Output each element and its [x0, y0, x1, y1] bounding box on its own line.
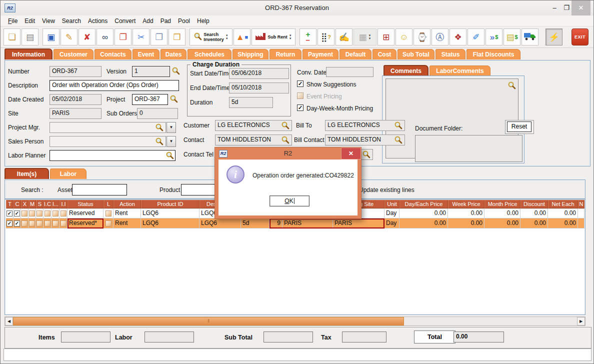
print-icon[interactable]: ▤ — [22, 28, 38, 46]
cell-status[interactable]: Reserved* — [68, 218, 104, 228]
menu-search[interactable]: Search — [58, 16, 84, 26]
tab-laborcomments[interactable]: LaborComments — [430, 66, 490, 76]
date-created-field[interactable]: 05/02/2018 — [50, 94, 102, 105]
cell-check[interactable] — [14, 208, 21, 218]
labor-planner-search-icon[interactable] — [166, 151, 174, 160]
description-field[interactable]: Order with Operation Order (Ops Order) — [50, 80, 179, 91]
cell-check[interactable] — [104, 218, 114, 228]
org-chart-icon[interactable]: ⊞ — [378, 28, 394, 46]
cell-check[interactable] — [52, 208, 60, 218]
row-checkbox[interactable] — [6, 220, 12, 226]
customer-search-icon[interactable] — [281, 121, 290, 130]
sub-orders-field[interactable]: 0 — [137, 108, 178, 119]
save-icon[interactable]: ▣ — [42, 28, 60, 46]
cell-product_id[interactable]: LGQ6 — [141, 208, 200, 218]
search-inventory-button[interactable]: SearchInventory▼▼ — [190, 28, 232, 46]
project-mgr-dropdown[interactable]: ▼ — [166, 122, 176, 133]
tab-payment[interactable]: Payment — [302, 49, 338, 60]
end-date-field[interactable]: 05/10/2018 — [229, 82, 289, 94]
cell-net_each[interactable]: 0.00 — [548, 208, 578, 218]
row-checkbox[interactable] — [44, 220, 50, 226]
labor-planner-field[interactable] — [50, 150, 176, 161]
cell-check[interactable] — [28, 218, 36, 228]
cell-week_price[interactable]: 0.00 — [448, 218, 484, 228]
send-billing-icon[interactable]: »$ — [486, 28, 502, 46]
sub-rent-dropdown-icon[interactable]: ▼▼ — [289, 34, 292, 40]
tab-information[interactable]: Information — [4, 48, 52, 60]
scroll-left-arrow[interactable]: ◀ — [5, 317, 13, 326]
row-checkbox[interactable] — [44, 210, 50, 216]
cell-check[interactable] — [60, 208, 68, 218]
sub-rent-button[interactable]: Sub Rent▼▼ — [252, 28, 296, 46]
title-bar[interactable]: R2 ORD-367 Reservation – ❐ ✕ — [0, 0, 594, 16]
col-action[interactable]: Action — [114, 200, 141, 208]
row-checkbox[interactable] — [22, 210, 28, 216]
menu-file[interactable]: File — [4, 16, 21, 26]
edit-document-icon[interactable]: ✐ — [468, 28, 484, 46]
row-checkbox[interactable] — [36, 220, 42, 226]
col-status[interactable]: Status — [68, 200, 104, 208]
cell-check[interactable] — [6, 218, 14, 228]
col-c[interactable]: C — [14, 200, 21, 208]
menu-edit[interactable]: Edit — [21, 16, 38, 26]
cell-unit[interactable]: Day — [384, 218, 400, 228]
contact-search-icon[interactable] — [281, 136, 290, 144]
row-checkbox[interactable] — [14, 210, 20, 216]
customer-field[interactable]: LG ELECTRONICS — [215, 120, 292, 131]
show-suggestions-checkbox[interactable] — [297, 80, 304, 87]
tab-customer[interactable]: Customer — [54, 49, 94, 60]
cell-check[interactable] — [52, 218, 60, 228]
row-checkbox[interactable] — [106, 220, 112, 226]
col-i-i[interactable]: I.I — [60, 200, 68, 208]
col-unit[interactable]: Unit — [384, 200, 400, 208]
color-blocks-icon[interactable]: ❖ — [450, 28, 466, 46]
smiley-icon[interactable]: ☺ — [396, 28, 412, 46]
tab-event[interactable]: Event — [132, 49, 160, 60]
tab-return[interactable]: Return — [270, 49, 302, 60]
copy-icon[interactable]: ❐ — [150, 28, 168, 46]
tab-shipping[interactable]: Shipping — [232, 49, 268, 60]
row-checkbox[interactable] — [60, 210, 66, 216]
delete-icon[interactable]: ✘ — [78, 28, 96, 46]
quick-action-lightning-icon[interactable]: ⚡ — [546, 28, 562, 46]
duration-field[interactable]: 5d — [229, 97, 273, 108]
project-mgr-field[interactable] — [50, 122, 166, 133]
h-scrollbar[interactable]: ◀ ▶ ‖ — [4, 316, 586, 326]
project-field[interactable]: ORD-367 — [132, 94, 168, 105]
keyboard-key-icon[interactable]: Ⓐ — [432, 28, 448, 46]
cell-discount[interactable]: 0.00 — [520, 218, 548, 228]
search-inventory-dropdown-icon[interactable]: ▼▼ — [226, 34, 228, 40]
col-discount[interactable]: Discount — [520, 200, 548, 208]
history-folder-icon[interactable]: ⌚ — [414, 28, 430, 46]
copy-lines-icon[interactable]: ❐ — [114, 28, 132, 46]
cell-check[interactable] — [21, 218, 28, 228]
tab-sub-total[interactable]: Sub Total — [398, 49, 434, 60]
add-line-icon[interactable]: +– — [300, 28, 316, 46]
bill-contact-search-icon[interactable] — [394, 136, 403, 144]
asset-input[interactable] — [72, 184, 127, 196]
cell-description[interactable]: LGQ6 — [200, 218, 241, 228]
col-m[interactable]: M — [28, 200, 36, 208]
document-folder-textarea[interactable] — [415, 135, 522, 162]
row-checkbox[interactable] — [52, 220, 58, 226]
menu-convert[interactable]: Convert — [111, 16, 139, 26]
row-checkbox[interactable] — [36, 210, 42, 216]
col-t[interactable]: T — [6, 200, 14, 208]
col-product-id[interactable]: Product ID — [141, 200, 200, 208]
cell-status[interactable]: Reserved — [68, 208, 104, 218]
invoice-notes-icon[interactable]: ▤$ — [504, 28, 520, 46]
cell-check[interactable] — [21, 208, 28, 218]
tab-schedules[interactable]: Schedules — [188, 49, 232, 60]
number-field[interactable]: ORD-367 — [50, 66, 102, 77]
col-net-each[interactable]: Net Each — [548, 200, 578, 208]
tab-default[interactable]: Default — [340, 49, 372, 60]
cell-n[interactable] — [578, 218, 584, 228]
tab-cost[interactable]: Cost — [372, 49, 396, 60]
cell-month_price[interactable]: 0.00 — [484, 218, 520, 228]
contact-field[interactable]: TOM HIDDLESTON — [215, 134, 292, 146]
col-x[interactable]: X — [21, 200, 28, 208]
cell-product_id[interactable]: LGQ6 — [141, 218, 200, 228]
cell-action[interactable]: Rent — [114, 208, 141, 218]
edit-pencil-icon[interactable]: ✎ — [60, 28, 78, 46]
col-n[interactable]: N — [578, 200, 584, 208]
